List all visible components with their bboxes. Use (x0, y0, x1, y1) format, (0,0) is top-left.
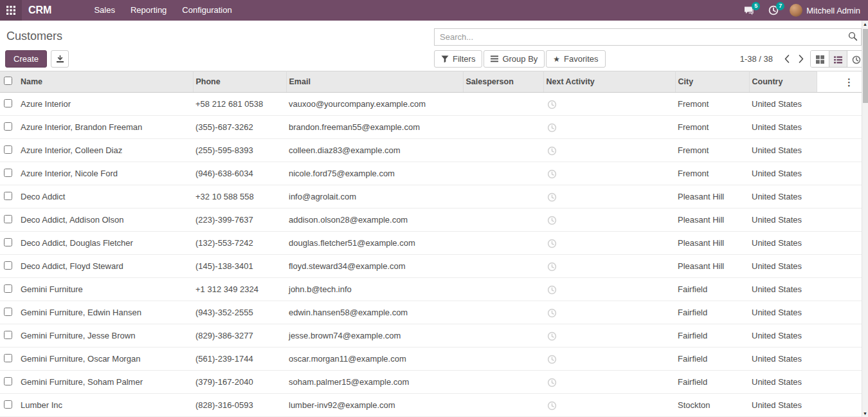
optional-columns-toggle[interactable]: ⋮ (842, 76, 856, 88)
app-brand[interactable]: CRM (28, 5, 51, 16)
group-by-icon (491, 55, 498, 62)
cell-country: United States (749, 208, 817, 232)
table-row[interactable]: Azure Interior, Brandon Freeman(355)-687… (0, 116, 862, 139)
cell-country: United States (749, 371, 817, 394)
next-activity-clock-icon[interactable] (547, 331, 557, 341)
next-activity-clock-icon[interactable] (547, 308, 557, 318)
column-header-city[interactable]: City (675, 71, 749, 93)
column-header-salesperson[interactable]: Salesperson (463, 71, 543, 93)
list-view-button[interactable] (829, 51, 847, 68)
scroll-up-arrow[interactable]: ▲ (862, 21, 868, 28)
table-row[interactable]: Gemini Furniture, Oscar Morgan(561)-239-… (0, 348, 862, 371)
scroll-down-arrow[interactable]: ▼ (862, 410, 868, 417)
menu-reporting[interactable]: Reporting (123, 0, 174, 21)
next-activity-clock-icon[interactable] (547, 216, 557, 225)
cell-salesperson (463, 348, 543, 371)
user-menu[interactable]: Mitchell Admin (786, 0, 864, 21)
menu-configuration[interactable]: Configuration (174, 0, 239, 21)
kanban-view-button[interactable] (811, 51, 829, 68)
row-checkbox[interactable] (4, 169, 12, 177)
cell-salesperson (463, 324, 543, 348)
next-activity-clock-icon[interactable] (547, 401, 557, 411)
row-checkbox[interactable] (4, 99, 12, 107)
download-icon (56, 55, 64, 63)
next-activity-clock-icon[interactable] (547, 192, 557, 202)
search-input[interactable] (434, 28, 862, 46)
activities-button[interactable]: 7 (761, 0, 786, 21)
column-header-phone[interactable]: Phone (193, 71, 286, 93)
row-select-cell (0, 232, 18, 255)
table-row[interactable]: Gemini Furniture, Jesse Brown(829)-386-3… (0, 324, 862, 348)
group-by-button[interactable]: Group By (484, 50, 545, 68)
next-activity-clock-icon[interactable] (547, 146, 557, 156)
breadcrumb: Customers (6, 30, 62, 43)
pager-previous-button[interactable] (781, 53, 793, 64)
table-row[interactable]: Azure Interior, Nicole Ford(946)-638-603… (0, 162, 862, 185)
cell-city: Fairfield (675, 278, 749, 301)
messages-button[interactable]: 5 (737, 0, 761, 21)
row-checkbox[interactable] (4, 354, 12, 362)
column-header-email[interactable]: Email (286, 71, 463, 93)
row-checkbox[interactable] (4, 192, 12, 200)
table-row[interactable]: Azure Interior+58 212 681 0538vauxoo@you… (0, 93, 862, 116)
row-checkbox[interactable] (4, 261, 12, 270)
next-activity-clock-icon[interactable] (547, 123, 557, 133)
filters-button[interactable]: Filters (434, 50, 482, 68)
table-row[interactable]: Deco Addict+32 10 588 558info@agrolait.c… (0, 185, 862, 208)
table-row[interactable]: Lumber Inc(828)-316-0593lumber-inv92@exa… (0, 394, 862, 417)
next-activity-clock-icon[interactable] (547, 378, 557, 387)
export-button[interactable] (51, 50, 69, 68)
row-checkbox[interactable] (4, 400, 12, 409)
cell-filler (817, 208, 862, 232)
menu-sales[interactable]: Sales (86, 0, 123, 21)
row-checkbox[interactable] (4, 238, 12, 246)
cell-name: Gemini Furniture, Edwin Hansen (18, 301, 193, 324)
next-activity-clock-icon[interactable] (547, 100, 557, 109)
next-activity-clock-icon[interactable] (547, 169, 557, 179)
next-activity-clock-icon[interactable] (547, 285, 557, 295)
table-row[interactable]: Deco Addict, Addison Olson(223)-399-7637… (0, 208, 862, 232)
next-activity-clock-icon[interactable] (547, 262, 557, 272)
table-row[interactable]: Azure Interior, Colleen Diaz(255)-595-83… (0, 139, 862, 162)
row-checkbox[interactable] (4, 377, 12, 385)
cell-name: Azure Interior, Brandon Freeman (18, 116, 193, 139)
next-activity-clock-icon[interactable] (547, 239, 557, 248)
row-checkbox[interactable] (4, 308, 12, 316)
next-activity-clock-icon[interactable] (547, 355, 557, 364)
row-checkbox[interactable] (4, 215, 12, 223)
table-row[interactable]: Gemini Furniture, Edwin Hansen(943)-352-… (0, 301, 862, 324)
cell-next-activity (543, 232, 675, 255)
favorites-button[interactable]: ★ Favorites (546, 50, 605, 68)
search-icon[interactable] (848, 32, 858, 44)
cell-email: floyd.steward34@example.com (286, 255, 463, 278)
vertical-scrollbar[interactable]: ▲ ▼ (862, 21, 868, 417)
select-all-checkbox[interactable] (4, 77, 12, 85)
cell-email: oscar.morgan11@example.com (286, 348, 463, 371)
scrollbar-thumb[interactable] (863, 29, 868, 103)
apps-menu-button[interactable] (0, 0, 22, 21)
row-checkbox[interactable] (4, 145, 12, 154)
column-header-name[interactable]: Name (18, 71, 193, 93)
row-checkbox[interactable] (4, 284, 12, 293)
cell-name: Azure Interior, Colleen Diaz (18, 139, 193, 162)
cell-email: nicole.ford75@example.com (286, 162, 463, 185)
activity-view-icon (852, 55, 861, 64)
column-header-country[interactable]: Country (749, 71, 817, 93)
column-header-next-activity[interactable]: Next Activity (543, 71, 675, 93)
cell-filler (817, 232, 862, 255)
row-checkbox[interactable] (4, 331, 12, 339)
cell-name: Lumber Inc (18, 394, 193, 417)
table-row[interactable]: Deco Addict, Floyd Steward(145)-138-3401… (0, 255, 862, 278)
cell-city: Fairfield (675, 371, 749, 394)
cell-country: United States (749, 324, 817, 348)
chevron-left-icon (784, 55, 790, 63)
create-button[interactable]: Create (5, 50, 47, 68)
table-row[interactable]: Deco Addict, Douglas Fletcher(132)-553-7… (0, 232, 862, 255)
table-row[interactable]: Gemini Furniture, Soham Palmer(379)-167-… (0, 371, 862, 394)
cell-name: Gemini Furniture, Oscar Morgan (18, 348, 193, 371)
pager-next-button[interactable] (795, 53, 808, 64)
table-row[interactable]: Gemini Furniture+1 312 349 2324john.b@te… (0, 278, 862, 301)
row-select-cell (0, 255, 18, 278)
cell-filler (817, 394, 862, 417)
row-checkbox[interactable] (4, 122, 12, 131)
